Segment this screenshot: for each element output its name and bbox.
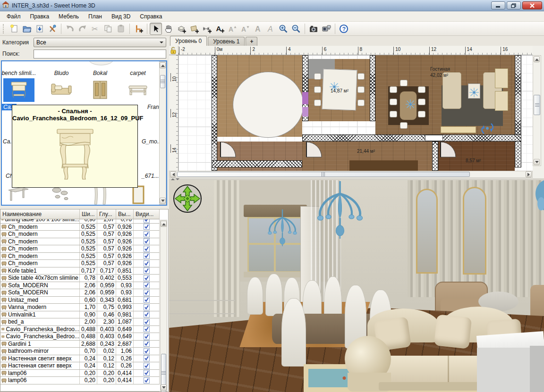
create-video-button[interactable]	[320, 23, 332, 35]
tab-Уровень 0[interactable]: Уровень 0	[170, 36, 207, 46]
bold-button[interactable]: A	[252, 23, 264, 35]
table-row[interactable]: Vanna_modern1,700,750,993	[0, 304, 160, 311]
paste-button[interactable]	[115, 23, 127, 35]
category-dropdown[interactable]: Все	[34, 38, 166, 47]
table-row[interactable]: Cavio_Francheska_Bedroo...0,4880,4030,64…	[0, 333, 160, 341]
scroll-right-arrow[interactable]	[526, 171, 532, 177]
zoom-in-button[interactable]	[277, 23, 289, 35]
catalog-item-label[interactable]: bench slimli...	[2, 70, 36, 76]
cut-button[interactable]: ✂	[89, 23, 102, 35]
unlock-icon[interactable]	[170, 47, 177, 54]
table-row[interactable]: Sofa_MODERN2,060,9590,93	[0, 282, 160, 290]
increase-text-size-button[interactable]: A	[226, 23, 238, 35]
redo-button[interactable]	[76, 23, 89, 35]
navigation-arrows-widget[interactable]	[173, 184, 202, 213]
scroll-up-arrow[interactable]	[534, 56, 540, 62]
plan-horizontal-scrollbar[interactable]	[169, 171, 533, 178]
visible-checkbox[interactable]	[144, 267, 150, 274]
table-scrollbar[interactable]	[160, 220, 167, 392]
visible-checkbox[interactable]	[144, 219, 150, 223]
table-row[interactable]: Cavio_Francheska_Bedroo...0,4880,4030,64…	[0, 326, 160, 334]
visible-checkbox[interactable]	[144, 334, 150, 340]
catalog-scroll-thumb[interactable]	[160, 75, 165, 88]
table-row[interactable]: Настенная светит вверх0,240,120,26	[0, 355, 160, 363]
menu-Файл[interactable]: Файл	[2, 12, 26, 21]
select-button[interactable]	[150, 23, 162, 35]
restore-button[interactable]	[507, 1, 521, 9]
table-row[interactable]: Umivalnik10,900,460,981	[0, 311, 160, 319]
visible-checkbox[interactable]	[144, 311, 150, 317]
table-row[interactable]: lamp060,200,200,414	[0, 377, 160, 384]
table-row[interactable]: Ch_modern0,5250,570,926	[0, 260, 160, 267]
furniture-table-header[interactable]: НаименованиеШи...Глу...Вы...Види...	[0, 209, 160, 219]
catalog-item-bench[interactable]	[122, 78, 153, 102]
create-rooms-button[interactable]	[188, 23, 200, 35]
visible-checkbox[interactable]	[144, 341, 150, 347]
view-3d[interactable]	[169, 180, 544, 392]
column-header[interactable]: Наименование	[0, 209, 80, 219]
menu-Правка[interactable]: Правка	[26, 12, 54, 21]
table-row[interactable]: lamp060,200,200,414	[0, 370, 160, 377]
visible-checkbox[interactable]	[144, 377, 150, 384]
table-row[interactable]	[0, 384, 160, 392]
visible-checkbox[interactable]	[144, 363, 150, 369]
toolbar-drag-handle[interactable]	[3, 24, 5, 33]
add-level-tab[interactable]: +	[246, 37, 257, 46]
rotation-indicator-icon[interactable]	[480, 121, 494, 135]
table-row[interactable]: Sofa_MODERN2,060,9590,93	[0, 289, 160, 297]
table-row[interactable]: Ch_modern0,5250,570,926	[0, 253, 160, 260]
plan-canvas[interactable]: Гостиная42,02 м²14,87 м²21,44 м²8,57 м²	[178, 55, 533, 171]
menu-Мебель[interactable]: Мебель	[54, 12, 84, 21]
zoom-out-button[interactable]	[290, 23, 302, 35]
visible-checkbox[interactable]	[144, 370, 150, 376]
visible-checkbox[interactable]	[144, 348, 150, 354]
table-row[interactable]: Gardini 12,6880,2432,687	[0, 341, 160, 348]
minimize-button[interactable]	[491, 1, 505, 9]
catalog-item-nightstand[interactable]	[3, 78, 34, 102]
scroll-up-arrow[interactable]	[161, 221, 167, 227]
table-row[interactable]: Unitaz_med0,600,3430,681	[0, 297, 160, 304]
add-furniture-button[interactable]	[132, 23, 144, 35]
scroll-left-arrow[interactable]	[170, 171, 176, 177]
scroll-down-arrow[interactable]	[534, 159, 540, 165]
visible-checkbox[interactable]	[144, 246, 150, 252]
scroll-up-arrow[interactable]	[160, 62, 166, 68]
visible-checkbox[interactable]	[144, 253, 150, 259]
table-row[interactable]: Ch_modern0,5250,570,926	[0, 224, 160, 231]
italic-button[interactable]: A	[264, 23, 277, 35]
catalog-item-wardrobe[interactable]	[85, 78, 116, 102]
visible-checkbox[interactable]	[144, 282, 150, 288]
visible-checkbox[interactable]	[144, 290, 150, 296]
column-header[interactable]: Вы...	[116, 209, 134, 219]
catalog-item-label[interactable]: Bokal	[93, 70, 107, 76]
table-row[interactable]: Side table 40x78cm slimline0,780,4020,55…	[0, 275, 160, 282]
visible-checkbox[interactable]	[144, 275, 150, 281]
decrease-text-size-button[interactable]: A	[239, 23, 251, 35]
visible-checkbox[interactable]	[144, 231, 150, 237]
table-row[interactable]: bathroom-mirror0,700,021,06	[0, 348, 160, 355]
visible-checkbox[interactable]	[144, 304, 150, 310]
create-walls-button[interactable]	[175, 23, 187, 35]
table-row[interactable]: dining table 100 x 100 slimli...0,901,07…	[0, 219, 160, 224]
create-photo-button[interactable]	[307, 23, 320, 35]
create-dimensions-button[interactable]	[201, 23, 213, 35]
table-row[interactable]: Kofe table10,7170,7170,851	[0, 267, 160, 275]
visible-checkbox[interactable]	[144, 260, 150, 267]
scroll-down-arrow[interactable]	[161, 384, 167, 391]
menu-Вид 3D[interactable]: Вид 3D	[107, 12, 135, 21]
open-button[interactable]	[21, 23, 33, 35]
close-button[interactable]	[522, 1, 542, 9]
plan-view[interactable]: -20м246810121416 101214 Гостиная42,02 м²…	[169, 46, 544, 178]
table-row[interactable]: bed_a2,002,301,087	[0, 318, 160, 326]
menu-Справка[interactable]: Справка	[135, 12, 167, 21]
catalog-item-label[interactable]: _671...	[142, 173, 159, 179]
plan-vscroll-thumb[interactable]	[534, 95, 540, 115]
preferences-button[interactable]	[46, 23, 59, 35]
search-input[interactable]	[34, 50, 166, 58]
scroll-down-arrow[interactable]	[160, 198, 166, 204]
catalog-item-label[interactable]: carpet	[130, 70, 145, 76]
visible-checkbox[interactable]	[144, 319, 150, 325]
new-home-button[interactable]	[8, 23, 20, 35]
add-text-button[interactable]: A	[213, 23, 226, 35]
pan-button[interactable]	[162, 23, 175, 35]
